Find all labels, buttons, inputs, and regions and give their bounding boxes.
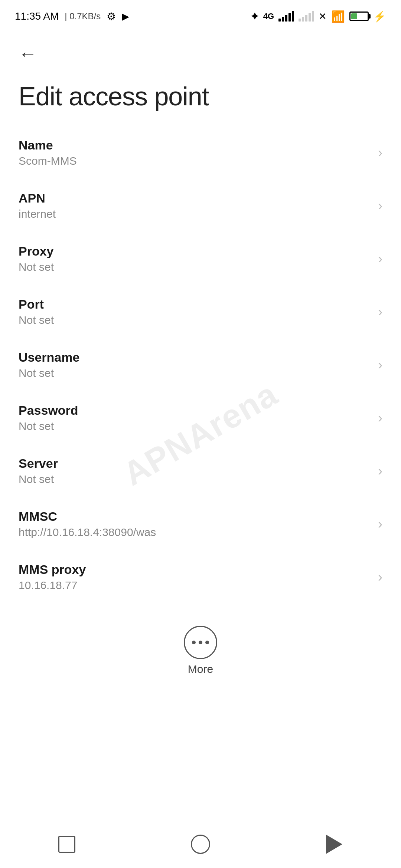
settings-item-value-7: http://10.16.18.4:38090/was (19, 526, 371, 539)
more-icon-circle (184, 626, 217, 659)
nav-bar (0, 820, 401, 868)
chevron-right-icon: › (378, 198, 382, 214)
network-4g-icon: 4G (263, 11, 274, 21)
back-button[interactable]: ← (15, 41, 41, 67)
settings-item-content: MMS proxy 10.16.18.77 (19, 562, 371, 592)
header: ← (0, 30, 401, 70)
settings-item[interactable]: Server Not set › (0, 444, 401, 497)
settings-item-label-5: Password (19, 403, 371, 418)
settings-item-label-8: MMS proxy (19, 562, 371, 577)
settings-item-content: MMSC http://10.16.18.4:38090/was (19, 509, 371, 539)
chevron-right-icon: › (378, 357, 382, 373)
more-dots-icon (192, 641, 209, 644)
settings-item-label-7: MMSC (19, 509, 371, 524)
settings-item[interactable]: Password Not set › (0, 391, 401, 444)
more-label: More (188, 663, 213, 675)
settings-item-content: Server Not set (19, 456, 371, 486)
nav-home-button[interactable] (178, 829, 223, 859)
settings-item-value-8: 10.16.18.77 (19, 579, 371, 592)
chevron-right-icon: › (378, 145, 382, 161)
chevron-right-icon: › (378, 569, 382, 585)
settings-item-label-6: Server (19, 456, 371, 471)
speed-display: | 0.7KB/s (65, 11, 101, 22)
settings-item-label-4: Username (19, 350, 371, 365)
settings-item-content: Port Not set (19, 297, 371, 326)
bluetooth-icon: ✦ (250, 10, 259, 23)
settings-item-value-3: Not set (19, 314, 371, 326)
nav-home-icon (191, 835, 210, 854)
settings-item[interactable]: Name Scom-MMS › (0, 126, 401, 179)
nav-back-button[interactable] (312, 829, 356, 859)
chevron-right-icon: › (378, 304, 382, 320)
settings-item[interactable]: Port Not set › (0, 285, 401, 338)
time-display: 11:35 AM (15, 10, 59, 22)
settings-item-value-0: Scom-MMS (19, 155, 371, 167)
settings-item-value-6: Not set (19, 473, 371, 486)
wifi-icon: 📶 (331, 10, 345, 23)
settings-item-content: Password Not set (19, 403, 371, 433)
status-right: ✦ 4G ✕ 📶 ⚡ (250, 10, 386, 23)
x-signal-icon: ✕ (319, 11, 327, 22)
settings-item-content: Username Not set (19, 350, 371, 379)
settings-item[interactable]: Username Not set › (0, 338, 401, 391)
settings-item-value-2: Not set (19, 261, 371, 273)
settings-list: Name Scom-MMS › APN internet › Proxy Not… (0, 119, 401, 611)
page-title: Edit access point (0, 70, 401, 119)
settings-item[interactable]: MMSC http://10.16.18.4:38090/was › (0, 497, 401, 550)
chevron-right-icon: › (378, 463, 382, 479)
battery-indicator (349, 11, 369, 21)
settings-item-label-3: Port (19, 297, 371, 312)
status-bar: 11:35 AM | 0.7KB/s ⚙ ▶ ✦ 4G ✕ 📶 ⚡ (0, 0, 401, 30)
settings-item-value-1: internet (19, 208, 371, 220)
bolt-icon: ⚡ (373, 10, 386, 23)
video-icon: ▶ (122, 11, 129, 22)
settings-item-label-0: Name (19, 138, 371, 152)
settings-item-content: APN internet (19, 191, 371, 220)
settings-icon: ⚙ (107, 10, 116, 23)
settings-item-label-1: APN (19, 191, 371, 206)
status-left: 11:35 AM | 0.7KB/s ⚙ ▶ (15, 10, 129, 23)
back-arrow-icon: ← (19, 43, 37, 65)
settings-item[interactable]: APN internet › (0, 179, 401, 232)
settings-item-value-4: Not set (19, 367, 371, 379)
more-section: More (0, 611, 401, 687)
signal-bars-1 (278, 11, 294, 22)
settings-item[interactable]: MMS proxy 10.16.18.77 › (0, 550, 401, 604)
settings-item-content: Name Scom-MMS (19, 138, 371, 167)
nav-back-icon (326, 835, 342, 854)
settings-item[interactable]: Proxy Not set › (0, 232, 401, 285)
more-button[interactable]: More (184, 626, 217, 675)
chevron-right-icon: › (378, 251, 382, 267)
nav-recents-button[interactable] (45, 829, 89, 859)
settings-item-label-2: Proxy (19, 244, 371, 259)
nav-recents-icon (58, 836, 75, 853)
chevron-right-icon: › (378, 410, 382, 426)
settings-item-value-5: Not set (19, 420, 371, 433)
settings-item-content: Proxy Not set (19, 244, 371, 273)
signal-bars-2 (299, 11, 314, 22)
chevron-right-icon: › (378, 516, 382, 532)
